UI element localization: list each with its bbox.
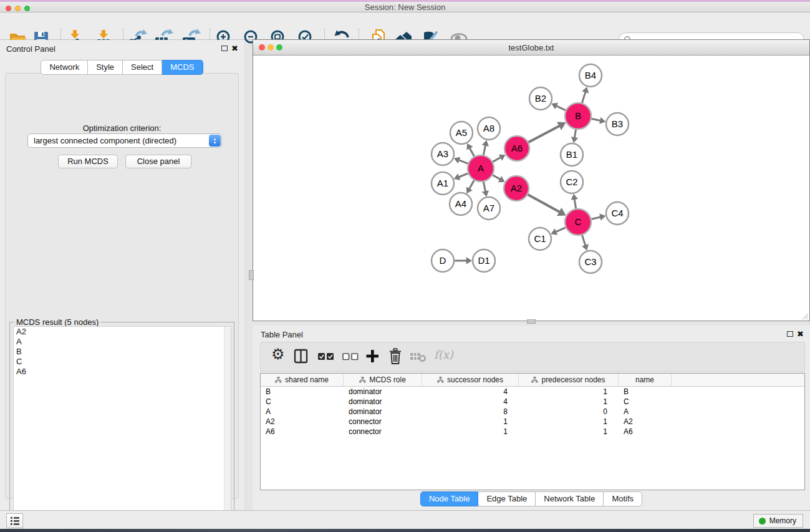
- table-cell[interactable]: C: [261, 397, 344, 407]
- graph-edge-A-A8[interactable]: [482, 140, 489, 157]
- gear-icon[interactable]: ⚙: [271, 346, 285, 363]
- table-cell[interactable]: dominator: [344, 407, 422, 417]
- graph-node-B3[interactable]: B3: [606, 113, 629, 135]
- graph-node-D[interactable]: D: [432, 249, 454, 272]
- column-header-successor-nodes[interactable]: successor nodes: [422, 374, 519, 386]
- run-mcds-button[interactable]: Run MCDS: [58, 155, 118, 168]
- graph-node-A6[interactable]: A6: [504, 136, 529, 161]
- table-cell[interactable]: dominator: [344, 397, 422, 407]
- graph-edge-A6-B[interactable]: [528, 122, 566, 143]
- table-cell[interactable]: A6: [619, 427, 672, 437]
- graph-node-A3[interactable]: A3: [432, 143, 454, 165]
- memory-button[interactable]: Memory: [753, 514, 803, 528]
- graph-node-B[interactable]: B: [565, 103, 591, 129]
- graph-node-A8[interactable]: A8: [478, 117, 500, 140]
- table-row[interactable]: Adominator80A: [261, 407, 804, 417]
- table-cell[interactable]: C: [619, 397, 672, 407]
- graph-node-C[interactable]: C: [565, 209, 591, 235]
- table-cell[interactable]: A2: [261, 417, 344, 427]
- table-cell[interactable]: B: [261, 387, 344, 397]
- select-all-icon[interactable]: [318, 353, 334, 360]
- table-cell[interactable]: A: [619, 407, 672, 417]
- graph-edge-A-A7[interactable]: [482, 181, 489, 197]
- mcds-result-list[interactable]: A2ABCA6: [13, 326, 231, 530]
- graph-node-A2[interactable]: A2: [504, 176, 529, 201]
- table-cell[interactable]: 1: [422, 417, 519, 427]
- graph-node-A4[interactable]: A4: [450, 193, 472, 215]
- graph-edge-A-A4[interactable]: [466, 179, 475, 193]
- graph-node-A5[interactable]: A5: [450, 122, 473, 144]
- network-window-titlebar[interactable]: testGlobe.txt: [253, 40, 809, 56]
- mcds-result-item[interactable]: A: [14, 337, 231, 347]
- tab-style[interactable]: Style: [88, 60, 123, 75]
- mcds-result-item[interactable]: A6: [14, 367, 231, 377]
- graph-edge-A-A6[interactable]: [492, 155, 506, 163]
- graph-edge-D-D1[interactable]: [453, 257, 472, 264]
- graph-edge-A2-C[interactable]: [527, 194, 566, 216]
- graph-edge-C-C3[interactable]: [582, 234, 589, 251]
- criterion-dropdown[interactable]: largest connected component (directed) ▲…: [27, 133, 222, 148]
- table-cell[interactable]: A2: [619, 417, 672, 427]
- graph-edge-B-B1[interactable]: [571, 128, 578, 143]
- graph-edge-C-C1[interactable]: [551, 227, 566, 235]
- graph-node-C3[interactable]: C3: [579, 251, 602, 273]
- tab-node-table[interactable]: Node Table: [420, 491, 479, 506]
- table-cell[interactable]: 1: [519, 417, 619, 427]
- graph-node-B2[interactable]: B2: [529, 87, 552, 110]
- delete-table-icon[interactable]: [410, 352, 427, 362]
- graph-node-C1[interactable]: C1: [529, 228, 551, 250]
- table-cell[interactable]: 1: [519, 387, 619, 397]
- vertical-scroll-nub[interactable]: [249, 270, 254, 280]
- graph-node-A[interactable]: A: [468, 155, 494, 181]
- table-cell[interactable]: 1: [519, 397, 619, 407]
- table-cell[interactable]: dominator: [344, 387, 422, 397]
- close-panel-icon[interactable]: ✖: [797, 329, 804, 339]
- column-header-mcds-role[interactable]: MCDS role: [344, 374, 422, 386]
- table-cell[interactable]: connector: [344, 427, 422, 437]
- float-panel-icon[interactable]: [221, 46, 228, 51]
- graph-edge-A-A1[interactable]: [454, 173, 470, 180]
- tab-motifs[interactable]: Motifs: [604, 491, 642, 506]
- column-header-predecessor-nodes[interactable]: predecessor nodes: [519, 374, 619, 386]
- table-row[interactable]: A2connector11A2: [261, 417, 804, 427]
- graph-edge-A-A2[interactable]: [491, 175, 504, 182]
- trash-icon[interactable]: [388, 348, 402, 365]
- graph-edge-A-A5[interactable]: [467, 143, 475, 158]
- resize-grip[interactable]: [799, 310, 809, 320]
- graph-edge-B-B4[interactable]: [582, 87, 589, 104]
- table-row[interactable]: Bdominator41B: [261, 387, 804, 397]
- column-icon[interactable]: [294, 348, 309, 364]
- function-builder-icon[interactable]: f(x): [434, 348, 453, 361]
- tab-network-table[interactable]: Network Table: [536, 491, 604, 506]
- graph-edge-C-C4[interactable]: [591, 214, 606, 221]
- table-row[interactable]: A6connector11A6: [261, 427, 804, 437]
- deselect-all-icon[interactable]: [342, 353, 359, 360]
- result-scrollbar[interactable]: [224, 327, 231, 529]
- close-panel-icon[interactable]: ✖: [231, 44, 238, 53]
- add-icon[interactable]: [365, 348, 380, 364]
- table-cell[interactable]: 1: [519, 427, 619, 437]
- graph-node-C2[interactable]: C2: [561, 171, 583, 193]
- table-cell[interactable]: A: [261, 407, 344, 417]
- graph-node-B4[interactable]: B4: [579, 64, 602, 87]
- graph-edge-B-B2[interactable]: [551, 103, 567, 111]
- column-header-name[interactable]: name: [619, 374, 672, 386]
- table-cell[interactable]: B: [619, 387, 672, 397]
- graph-node-C4[interactable]: C4: [606, 202, 629, 225]
- table-cell[interactable]: 4: [422, 387, 519, 397]
- graph-node-A7[interactable]: A7: [478, 197, 500, 220]
- table-cell[interactable]: A6: [261, 427, 344, 437]
- tab-network[interactable]: Network: [41, 60, 88, 75]
- graph-edge-B-B3[interactable]: [591, 117, 606, 124]
- graph-node-B1[interactable]: B1: [561, 143, 583, 166]
- tab-select[interactable]: Select: [123, 60, 162, 75]
- tab-mcds[interactable]: MCDS: [162, 60, 203, 75]
- mcds-result-item[interactable]: B: [14, 347, 231, 357]
- horizontal-scroll-nub[interactable]: [527, 319, 536, 324]
- graph-node-A1[interactable]: A1: [432, 172, 454, 195]
- table-cell[interactable]: 4: [422, 397, 519, 407]
- table-cell[interactable]: 1: [422, 427, 519, 437]
- network-canvas[interactable]: B4B2BB3A8A5A6B1A3AC2A1A2A4A7C4CC1C3DD1: [253, 56, 809, 321]
- table-cell[interactable]: 8: [422, 407, 519, 417]
- column-header-shared-name[interactable]: shared name: [261, 374, 344, 386]
